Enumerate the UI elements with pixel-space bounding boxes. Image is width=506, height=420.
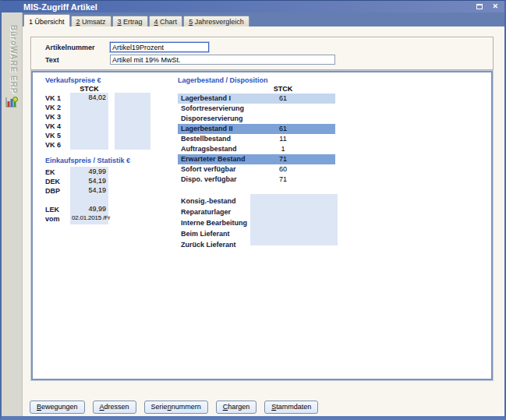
button-label: Serie [151,403,168,411]
row-label: LEK [45,205,60,214]
row-value: 49,99 [70,167,108,176]
row-label: Erwarteter Bestand [181,154,246,164]
window-body: BüroWARE ERP 1 Übersicht 2 Umsatz [2,12,504,416]
row-value: 61 [248,124,318,134]
tab-uebersicht[interactable]: 1 Übersicht [23,14,70,26]
row-value: 71 [248,175,318,185]
bottom-button-row: Bewegungen Adressen Seriennummern Charge… [30,401,318,414]
row-label: Auftragsbestand [181,144,237,154]
row-label: Zurück Lieferant [178,239,247,250]
sales-price-value-column: 84,02 [70,93,108,150]
consignment-labels: Konsig.-bestand Reparaturlager Interne B… [178,196,247,250]
chargen-button[interactable]: Chargen [216,401,257,414]
chart-icon[interactable] [4,96,19,109]
row-value: 1 [248,144,318,154]
tab-label: Umsatz [80,18,106,26]
text-field[interactable] [110,55,335,65]
window-title: MIS-Zugriff Artikel [23,2,97,12]
tab-label: Jahresvergleich [193,18,244,26]
button-label: tammdaten [276,403,311,411]
restore-icon[interactable] [476,4,483,9]
row-label: Sofortreservierung [181,104,244,114]
main-area: 1 Übersicht 2 Umsatz 3 Ertrag 4 Chart 5 … [23,12,504,416]
artikelnummer-field[interactable] [110,42,209,52]
table-row: Sofortreservierung [178,104,335,114]
table-row: Sofort verfügbar 60 [178,164,335,175]
titlebar: MIS-Zugriff Artikel ✕ [2,1,504,12]
app-window: MIS-Zugriff Artikel ✕ BüroWARE ERP [0,0,506,420]
row-label: Konsig.-bestand [178,196,247,206]
row-label: Sofort verfügbar [181,164,236,175]
row-label: VK 3 [45,112,61,122]
overview-panel: Verkaufspreise € STCK VK 1 VK 2 VK 3 VK … [31,71,493,380]
row-label: Lagerbestand II [181,124,233,134]
consignment-value-box [250,194,338,245]
text-label: Text [45,56,59,64]
row-label: EK [45,168,60,177]
row-value: 11 [248,134,318,144]
row-value: 84,02 [70,93,108,102]
row-label: Beim Lieferant [178,228,247,239]
row-value [70,111,108,121]
row-value [70,139,108,149]
tab-umsatz[interactable]: 2 Umsatz [71,16,111,26]
row-value [70,102,108,111]
table-row: Bestellbestand 11 [178,134,335,144]
row-value: 71 [248,154,318,164]
row-label: DBP [45,186,60,196]
close-icon[interactable]: ✕ [492,3,498,10]
row-label: Lagerbestand I [181,94,231,104]
tab-ertrag[interactable]: 3 Ertrag [112,16,148,26]
table-row: Auftragsbestand 1 [178,144,335,154]
stock-stck-header: STCK [248,85,318,93]
row-label: VK 5 [45,131,61,140]
tab-jahresvergleich[interactable]: 5 Jahresvergleich [183,16,249,26]
row-label: VK 1 [45,94,61,103]
row-label: VK 2 [45,103,61,112]
row-label: DEK [45,177,60,186]
row-label: Reparaturlager [178,206,247,217]
table-row: Dispo. verfügbar 71 [178,175,335,185]
row-label: Interne Bearbeitung [178,217,247,228]
row-value: 49,99 [70,204,108,214]
button-label: hargen [228,403,249,411]
adressen-button[interactable]: Adressen [93,401,136,414]
artikelnummer-label: Artikelnummer [45,44,95,51]
sales-prices-title: Verkaufspreise € [45,76,101,84]
row-value: 60 [248,164,318,175]
purchase-stats-title: Einkaufspreis / Statistik € [45,157,130,164]
seriennummern-button[interactable]: Seriennummern [144,401,208,414]
row-value: 54,19 [70,185,108,195]
table-row: Erwarteter Bestand 71 [178,154,335,164]
bewegungen-button[interactable]: Bewegungen [30,401,85,414]
row-value: 61 [248,94,318,104]
tab-label: 1 Übersicht [29,18,65,26]
button-label: ewegungen [41,403,78,411]
tab-bar: 1 Übersicht 2 Umsatz 3 Ertrag 4 Chart 5 … [23,12,504,26]
purchase-value-column: 49,99 54,19 54,19 49,99 02.01.2015 /Fr [70,167,108,224]
article-header-box: Artikelnummer Text [30,37,494,70]
row-label: VK 4 [45,122,61,131]
stock-table: Lagerbestand I 61 Sofortreservierung Dis… [178,94,335,185]
table-row: Lagerbestand II 61 [178,124,335,134]
row-value-date: 02.01.2015 /Fr [70,214,108,223]
table-row: Disporeservierung [178,114,335,124]
row-label: VK 6 [45,140,61,150]
button-label: dressen [104,403,129,411]
row-value: 54,19 [70,176,108,185]
row-label: Bestellbestand [181,134,231,144]
window-controls: ✕ [476,3,498,10]
button-label: nummern [172,403,201,411]
stock-disposition-title: Lagerbestand / Disposition [178,76,268,84]
row-label [45,196,60,205]
stammdaten-button[interactable]: Stammdaten [264,401,318,414]
row-value [70,121,108,130]
row-value [70,195,108,204]
row-label: Disporeservierung [181,114,243,124]
row-label: vom [45,214,60,224]
sales-price-empty-column [115,93,150,150]
tab-label: Chart [158,18,178,26]
row-label: Dispo. verfügbar [181,175,237,185]
tab-chart[interactable]: 4 Chart [149,16,183,26]
table-row: Lagerbestand I 61 [178,94,335,104]
